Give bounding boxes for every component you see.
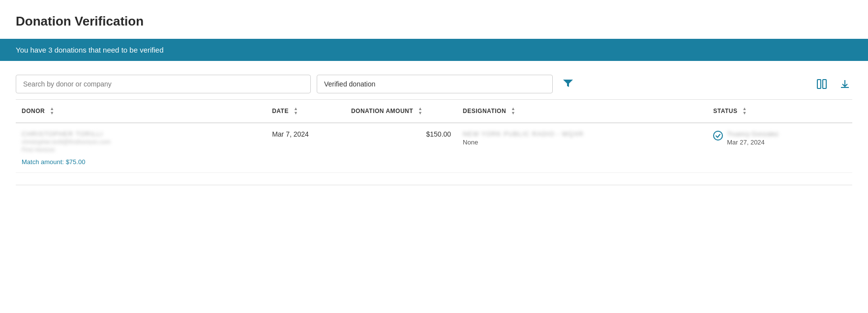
search-input[interactable] — [16, 75, 311, 93]
th-status-label: STATUS — [713, 108, 737, 114]
th-date[interactable]: DATE ▲▼ — [266, 100, 345, 123]
filter-icon — [563, 79, 573, 90]
th-donor[interactable]: DONOR ▲▼ — [16, 100, 266, 123]
columns-toggle-button[interactable] — [814, 76, 830, 92]
table-row: CHRISTOPHER TORILLI christopher.torill@f… — [16, 123, 852, 173]
filter-dropdown[interactable]: Verified donation Pending verification A… — [317, 75, 553, 93]
designation-name: NEW YORK PUBLIC RADIO - WQXR — [463, 130, 701, 138]
sort-icon-donor: ▲▼ — [50, 107, 54, 115]
th-designation[interactable]: DESIGNATION ▲▼ — [457, 100, 707, 123]
banner-text: You have 3 donations that need to be ver… — [16, 46, 164, 54]
th-designation-label: DESIGNATION — [463, 108, 506, 114]
notification-banner: You have 3 donations that need to be ver… — [0, 39, 868, 61]
header-section: Donation Verification — [0, 0, 868, 39]
match-value: $75.00 — [66, 158, 86, 166]
sort-icon-date: ▲▼ — [294, 107, 298, 115]
status-cell: Truancy Gonzalez Mar 27, 2024 — [707, 123, 852, 173]
status-verifier-name: Truancy Gonzalez — [727, 130, 778, 138]
svg-marker-0 — [563, 80, 573, 87]
donations-table: DONOR ▲▼ DATE ▲▼ DONATION AMOUNT ▲ — [16, 100, 852, 173]
designation-cell: NEW YORK PUBLIC RADIO - WQXR None — [457, 123, 707, 173]
svg-rect-2 — [823, 80, 826, 88]
table-header-row: DONOR ▲▼ DATE ▲▼ DONATION AMOUNT ▲ — [16, 100, 852, 123]
status-verified-date: Mar 27, 2024 — [727, 139, 778, 146]
columns-icon — [816, 78, 828, 90]
download-button[interactable] — [838, 77, 852, 91]
table-body: CHRISTOPHER TORILLI christopher.torill@f… — [16, 123, 852, 173]
svg-point-3 — [714, 131, 722, 140]
sort-icon-status: ▲▼ — [742, 107, 747, 115]
page-container: Donation Verification You have 3 donatio… — [0, 0, 868, 313]
match-amount: Match amount: $75.00 — [22, 158, 260, 166]
toolbar: Verified donation Pending verification A… — [0, 61, 868, 99]
donor-name: CHRISTOPHER TORILLI — [22, 130, 260, 138]
th-donation-amount[interactable]: DONATION AMOUNT ▲▼ — [345, 100, 457, 123]
th-donation-amount-label: DONATION AMOUNT — [351, 108, 413, 114]
svg-rect-1 — [817, 80, 821, 88]
download-icon — [839, 79, 850, 89]
toolbar-actions — [814, 76, 852, 92]
match-label: Match amount: — [22, 158, 64, 166]
status-info: Truancy Gonzalez Mar 27, 2024 — [727, 130, 778, 146]
sort-icon-amount: ▲▼ — [418, 107, 422, 115]
status-check-icon — [713, 131, 723, 143]
donation-amount: $150.00 — [426, 130, 451, 138]
filter-button[interactable] — [559, 76, 577, 93]
designation-sub: None — [463, 139, 701, 146]
donor-cell: CHRISTOPHER TORILLI christopher.torill@f… — [16, 123, 266, 173]
th-status[interactable]: STATUS ▲▼ — [707, 100, 852, 123]
sort-icon-designation: ▲▼ — [511, 107, 515, 115]
status-content: Truancy Gonzalez Mar 27, 2024 — [713, 130, 846, 146]
th-donor-label: DONOR — [22, 108, 45, 114]
amount-cell: $150.00 — [345, 123, 457, 173]
donor-company: First Horizon — [22, 146, 260, 153]
donor-email: christopher.torill@firsthorizon.com — [22, 139, 260, 145]
th-date-label: DATE — [272, 108, 289, 114]
table-section: DONOR ▲▼ DATE ▲▼ DONATION AMOUNT ▲ — [0, 100, 868, 173]
donation-date: Mar 7, 2024 — [272, 130, 309, 138]
divider-bottom — [16, 185, 852, 185]
page-title: Donation Verification — [16, 14, 852, 29]
date-cell: Mar 7, 2024 — [266, 123, 345, 173]
